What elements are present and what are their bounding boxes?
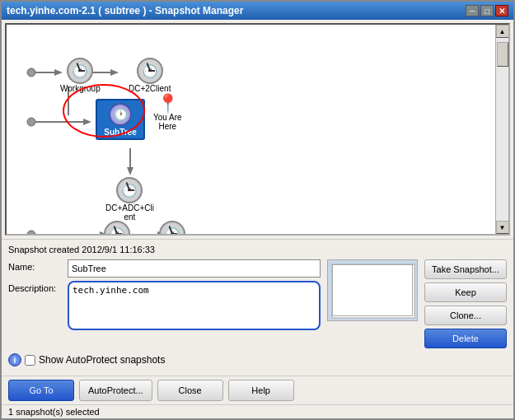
dcadcclient-node: 🕐 DC+ADC+Client <box>105 177 154 222</box>
snapshot-preview <box>327 259 418 321</box>
bottom-right-clock-icon: 🕐 <box>159 221 185 236</box>
svg-rect-22 <box>335 296 400 301</box>
svg-point-6 <box>27 118 35 126</box>
take-snapshot-button[interactable]: Take Snapshot... <box>424 259 507 279</box>
autoprotect-info-icon: i <box>8 353 21 366</box>
help-button[interactable]: Help <box>228 380 294 401</box>
form-and-preview: Name: Description: tech.yinhe.com <box>8 259 507 348</box>
dc2client-label: DC+2Client <box>129 84 171 93</box>
autoprotect-checkbox[interactable] <box>25 355 35 366</box>
title-bar-buttons: ─ □ ✕ <box>466 5 508 16</box>
svg-rect-16 <box>328 260 418 321</box>
close-button-action[interactable]: Close <box>157 380 223 401</box>
form-section: Name: Description: tech.yinhe.com <box>8 259 321 348</box>
goto-button[interactable]: Go To <box>8 380 74 401</box>
workgroup-clock-icon: 🕐 <box>67 58 93 84</box>
dc2client-clock-icon: 🕐 <box>137 58 163 84</box>
autoprotect-label: Show AutoProtect snapshots <box>39 354 165 366</box>
svg-marker-4 <box>110 69 119 76</box>
bottom-right-node: 🕐 <box>159 221 185 236</box>
dc2client-node: 🕐 DC+2Client <box>129 58 171 93</box>
delete-button[interactable]: Delete <box>424 329 507 348</box>
svg-rect-19 <box>335 278 368 285</box>
status-text: 1 snapshot(s) selected <box>8 407 100 417</box>
name-row: Name: <box>8 259 321 278</box>
subtree-clock-icon: 🕐 <box>109 103 132 126</box>
clone-button[interactable]: Clone... <box>424 306 507 325</box>
close-button[interactable]: ✕ <box>495 5 508 16</box>
status-bar: 1 snapshot(s) selected <box>2 404 513 418</box>
description-input[interactable]: tech.yinhe.com <box>68 281 321 330</box>
svg-rect-21 <box>335 290 384 295</box>
svg-marker-8 <box>83 119 91 125</box>
svg-point-0 <box>27 68 35 77</box>
snapshot-created-text: Snapshot created 2012/9/1 11:16:33 <box>8 245 507 254</box>
window-title: tech.yinhe.com-2.1 ( subtree ) - Snapsho… <box>7 5 243 16</box>
dcadcclient-clock-icon: 🕐 <box>116 177 143 203</box>
dcadcclient-label: DC+ADC+Client <box>105 203 154 222</box>
name-input[interactable] <box>68 259 321 278</box>
scroll-track[interactable] <box>496 38 508 221</box>
you-are-here-node: 📍 You AreHere <box>153 95 182 131</box>
scroll-up-button[interactable]: ▲ <box>496 25 509 38</box>
svg-rect-23 <box>335 303 376 308</box>
svg-rect-18 <box>335 267 412 277</box>
bottom-left-node: 🕐 <box>104 221 130 236</box>
you-are-here-label: You AreHere <box>153 113 182 131</box>
workgroup-label: Workgroup <box>60 84 101 93</box>
title-bar: tech.yinhe.com-2.1 ( subtree ) - Snapsho… <box>2 2 513 20</box>
bottom-left-clock-icon: 🕐 <box>104 221 130 236</box>
info-area: Snapshot created 2012/9/1 11:16:33 Name:… <box>2 239 513 376</box>
autoprotect-row: i Show AutoProtect snapshots <box>8 353 507 366</box>
subtree-box: 🕐 SubTree <box>96 99 145 140</box>
subtree-label: SubTree <box>104 128 136 137</box>
minimize-button[interactable]: ─ <box>466 5 479 16</box>
maximize-button[interactable]: □ <box>480 5 494 16</box>
subtree-node[interactable]: 🕐 SubTree <box>96 99 145 140</box>
main-window: tech.yinhe.com-2.1 ( subtree ) - Snapsho… <box>0 0 515 420</box>
preview-thumbnail <box>328 260 417 320</box>
canvas-scrollbar[interactable]: ▲ ▼ <box>495 25 508 234</box>
svg-rect-17 <box>332 264 414 318</box>
scroll-down-button[interactable]: ▼ <box>496 221 509 234</box>
location-pin-icon: 📍 <box>157 95 179 113</box>
diagram-area: 🕐 Workgroup 🕐 DC+2Client 🕐 SubTree 📍 <box>7 25 495 234</box>
workgroup-node: 🕐 Workgroup <box>60 58 101 93</box>
diagram-svg <box>7 25 482 234</box>
description-label: Description: <box>8 281 64 293</box>
description-row: Description: tech.yinhe.com <box>8 281 321 330</box>
keep-button[interactable]: Keep <box>424 282 507 302</box>
action-bar: Go To AutoProtect... Close Help <box>2 376 513 404</box>
svg-rect-20 <box>335 287 412 288</box>
name-label: Name: <box>8 259 64 272</box>
svg-marker-10 <box>127 167 133 175</box>
preview-section <box>327 259 418 348</box>
diagram-canvas: 🕐 Workgroup 🕐 DC+2Client 🕐 SubTree 📍 <box>5 23 510 236</box>
action-buttons-column: Take Snapshot... Keep Clone... Delete <box>424 259 507 348</box>
svg-point-11 <box>27 231 35 234</box>
scroll-thumb[interactable] <box>497 42 508 67</box>
autoprotect-button[interactable]: AutoProtect... <box>79 380 152 401</box>
